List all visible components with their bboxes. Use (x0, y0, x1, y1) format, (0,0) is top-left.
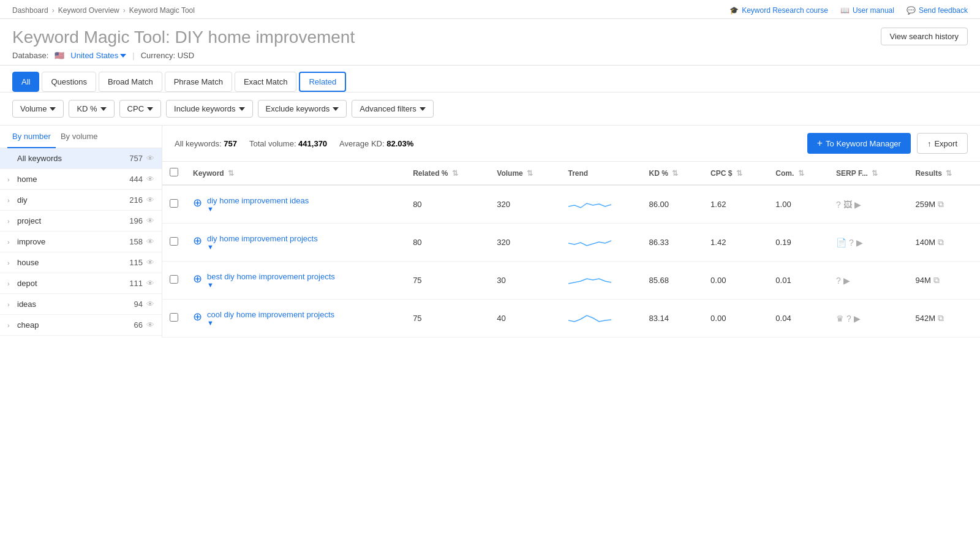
top-links: 🎓 Keyword Research course 📖 User manual … (729, 6, 968, 15)
row-3-cpc: 0.00 (703, 262, 768, 300)
database-selector[interactable]: United States (70, 51, 126, 60)
breadcrumb-dashboard[interactable]: Dashboard (12, 6, 48, 15)
question-icon: ? (836, 200, 841, 209)
row-2-expand[interactable]: ▼ (207, 243, 318, 251)
breadcrumb-current: Keyword Magic Tool (129, 6, 195, 15)
cpc-filter[interactable]: CPC (119, 100, 161, 118)
row-4-add-button[interactable]: ⊕ (193, 310, 202, 323)
row-3-keyword-link[interactable]: best diy home improvement projects (207, 272, 335, 281)
row-1-expand[interactable]: ▼ (207, 205, 309, 213)
row-4-volume: 40 (489, 300, 560, 338)
sidebar-item-project[interactable]: › project 196 👁 (0, 211, 162, 232)
tab-exact-match[interactable]: Exact Match (235, 72, 297, 92)
row-3-copy-icon[interactable]: ⧉ (933, 275, 940, 285)
tab-all[interactable]: All (12, 72, 39, 92)
row-4-serp: ♛ ? ▶ (829, 300, 908, 338)
row-3-related-pct: 75 (405, 262, 489, 300)
th-results: Results ⇅ (908, 162, 980, 185)
row-4-kd: 83.14 (641, 300, 703, 338)
row-2-keyword-link[interactable]: diy home improvement projects (207, 234, 318, 243)
row-2-add-button[interactable]: ⊕ (193, 234, 202, 247)
row-2-serp: 📄 ? ▶ (829, 224, 908, 262)
sidebar-item-home[interactable]: › home 444 👁 (0, 169, 162, 190)
row-2-results: 140M ⧉ (908, 224, 980, 262)
eye-icon: 👁 (146, 300, 154, 309)
view-history-button[interactable]: View search history (881, 28, 968, 45)
sidebar-item-improve[interactable]: › improve 158 👁 (0, 232, 162, 252)
row-3-expand[interactable]: ▼ (207, 281, 335, 289)
chat-icon: 💬 (907, 6, 916, 15)
row-checkbox (162, 262, 186, 300)
row-2-copy-icon[interactable]: ⧉ (938, 237, 944, 247)
table-row: ⊕ diy home improvement projects ▼ 80 320 (162, 224, 980, 262)
sidebar-item-all-keywords[interactable]: All keywords 757 👁 (0, 148, 162, 169)
question-icon: ? (836, 276, 841, 285)
total-volume-stat: Total volume: 441,370 (249, 139, 327, 148)
sidebar-item-house[interactable]: › house 115 👁 (0, 252, 162, 273)
exclude-keywords-filter[interactable]: Exclude keywords (258, 100, 347, 118)
stats-left: All keywords: 757 Total volume: 441,370 … (175, 139, 413, 148)
row-2-checkbox[interactable] (170, 237, 178, 246)
row-2-related-pct: 80 (405, 224, 489, 262)
eye-icon: 👁 (146, 216, 154, 225)
row-1-checkbox[interactable] (170, 199, 178, 208)
send-feedback-link[interactable]: 💬 Send feedback (907, 6, 968, 15)
row-2-com: 0.19 (768, 224, 829, 262)
include-keywords-filter[interactable]: Include keywords (166, 100, 252, 118)
crown-icon: ♛ (836, 314, 844, 323)
row-1-kd: 86.00 (641, 185, 703, 224)
doc-icon: 📄 (836, 238, 846, 247)
row-2-kd: 86.33 (641, 224, 703, 262)
stats-bar: All keywords: 757 Total volume: 441,370 … (162, 126, 980, 162)
to-keyword-manager-button[interactable]: + To Keyword Manager (807, 133, 911, 154)
breadcrumb-keyword-overview[interactable]: Keyword Overview (58, 6, 119, 15)
content-area: By number By volume All keywords 757 👁 ›… (0, 126, 980, 338)
avg-kd-stat: Average KD: 82.03% (339, 139, 413, 148)
th-serp: SERP F... ⇅ (829, 162, 908, 185)
plus-icon: + (817, 138, 823, 149)
row-4-checkbox[interactable] (170, 313, 178, 322)
tab-broad-match[interactable]: Broad Match (99, 72, 162, 92)
sort-by-volume[interactable]: By volume (56, 126, 103, 148)
tab-related[interactable]: Related (299, 72, 346, 92)
eye-icon: 👁 (146, 154, 154, 163)
page-header: Keyword Magic Tool: DIY home improvement… (0, 19, 980, 65)
row-4-keyword-link[interactable]: cool diy home improvement projects (207, 310, 334, 319)
volume-filter[interactable]: Volume (12, 100, 64, 118)
sidebar-item-ideas[interactable]: › ideas 94 👁 (0, 294, 162, 315)
sidebar-item-depot[interactable]: › depot 111 👁 (0, 273, 162, 294)
kd-filter[interactable]: KD % (69, 100, 114, 118)
row-4-copy-icon[interactable]: ⧉ (938, 313, 944, 323)
export-button[interactable]: ↑ Export (917, 133, 968, 154)
row-4-expand[interactable]: ▼ (207, 319, 334, 327)
row-1-copy-icon[interactable]: ⧉ (938, 199, 944, 209)
video-icon: ▶ (856, 238, 863, 247)
row-3-checkbox[interactable] (170, 275, 178, 284)
sidebar-item-diy[interactable]: › diy 216 👁 (0, 190, 162, 211)
row-3-com: 0.01 (768, 262, 829, 300)
tab-questions[interactable]: Questions (42, 72, 96, 92)
th-trend: Trend (561, 162, 642, 185)
graduation-cap-icon: 🎓 (729, 6, 739, 15)
row-3-add-button[interactable]: ⊕ (193, 272, 202, 285)
filters-row: Volume KD % CPC Include keywords Exclude… (0, 92, 980, 126)
eye-icon: 👁 (146, 175, 154, 184)
row-3-kd: 85.68 (641, 262, 703, 300)
row-3-volume: 30 (489, 262, 560, 300)
keyword-research-course-link[interactable]: 🎓 Keyword Research course (729, 6, 828, 15)
row-1-add-button[interactable]: ⊕ (193, 196, 202, 209)
row-4-keyword: ⊕ cool diy home improvement projects ▼ (186, 300, 405, 338)
row-3-trend (561, 262, 642, 300)
sidebar-item-cheap[interactable]: › cheap 66 👁 (0, 315, 162, 336)
select-all-checkbox[interactable] (170, 168, 178, 176)
advanced-filters-filter[interactable]: Advanced filters (352, 100, 434, 118)
tab-phrase-match[interactable]: Phrase Match (165, 72, 232, 92)
row-2-cpc: 1.42 (703, 224, 768, 262)
sort-by-number[interactable]: By number (7, 126, 56, 148)
th-com: Com. ⇅ (768, 162, 829, 185)
table-row: ⊕ cool diy home improvement projects ▼ 7… (162, 300, 980, 338)
eye-icon: 👁 (146, 258, 154, 267)
user-manual-link[interactable]: 📖 User manual (840, 6, 894, 15)
row-1-keyword-link[interactable]: diy home improvement ideas (207, 196, 309, 205)
video-icon: ▶ (854, 314, 861, 323)
